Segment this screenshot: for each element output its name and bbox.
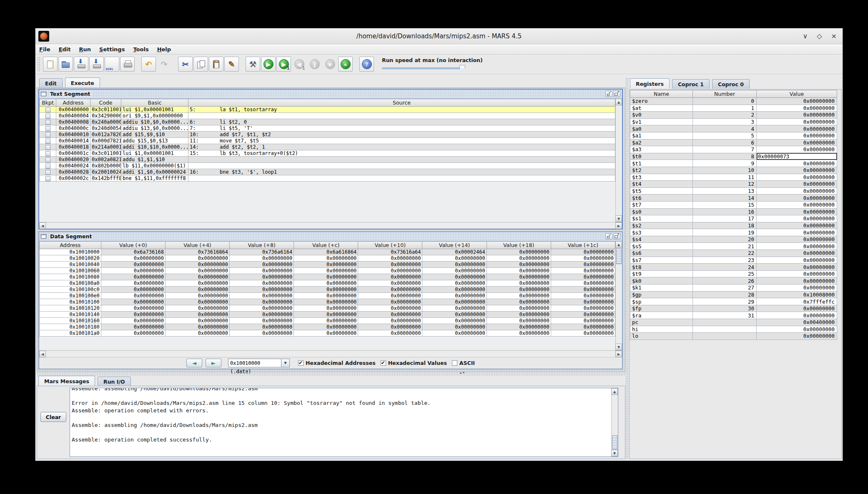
data-cell-value[interactable]: 0x00000000 [551,287,615,293]
scroll-right-icon[interactable]: ▶ [615,222,622,229]
register-value[interactable]: 0x00400000 [757,319,837,326]
register-value[interactable]: 0x00000000 [757,167,837,174]
save-as-button[interactable] [89,57,104,72]
data-cell-value[interactable]: 0x00000000 [358,280,422,287]
data-cell-value[interactable]: 0x00000000 [294,330,358,337]
data-cell-value[interactable]: 0x00000000 [230,268,294,274]
register-value[interactable]: 0x00000000 [757,312,837,319]
breakpoint-checkbox[interactable] [45,139,50,144]
data-cell-value[interactable]: 0x00000000 [551,330,615,337]
breakpoint-checkbox[interactable] [45,170,50,175]
data-cell-value[interactable]: 0x00000000 [101,312,165,318]
cut-button[interactable]: ✂ [178,57,193,72]
data-cell-value[interactable]: 0x00000000 [294,324,358,330]
data-cell-value[interactable]: 0x00000000 [294,318,358,324]
breakpoint-checkbox[interactable] [45,151,50,156]
register-value[interactable]: 0x00000000 [757,112,837,119]
register-value[interactable]: 0x00000000 [757,187,837,195]
data-cell-value[interactable]: 0x00000000 [487,312,551,318]
data-cell-value[interactable]: 0x00000000 [294,305,358,312]
data-cell-value[interactable]: 0x00000000 [165,280,229,287]
breakpoint-checkbox[interactable] [45,107,50,112]
data-cell-value[interactable]: 0x00000000 [294,293,358,299]
register-value[interactable]: 0x00000000 [757,98,837,105]
register-value[interactable]: 0x00000000 [757,195,837,202]
data-cell-value[interactable]: 0x00000000 [294,274,358,280]
data-cell-value[interactable]: 0x00000000 [101,255,165,262]
reset-button[interactable]: « [338,57,353,72]
data-cell-value[interactable]: 0x736a6164 [230,249,294,255]
data-cell-value[interactable]: 0x00000000 [422,299,487,305]
data-cell-value[interactable]: 0x00000000 [165,274,229,280]
register-value[interactable]: 0x10008000 [757,291,837,298]
data-cell-value[interactable]: 0x00000000 [422,324,487,330]
data-cell-value[interactable]: 0x00000000 [422,255,487,262]
data-cell-value[interactable]: 0x00000000 [487,293,551,299]
menu-edit[interactable]: Edit [59,46,71,52]
scroll-up-icon[interactable]: ▲ [611,388,618,395]
scroll-down-icon[interactable]: ▼ [611,450,618,457]
open-file-button[interactable] [58,57,73,72]
breakpoint-checkbox[interactable] [45,176,50,181]
data-cell-value[interactable]: 0x00000000 [422,287,487,293]
data-cell-value[interactable]: 0x00000000 [358,330,422,337]
data-cell-value[interactable]: 0x00000000 [358,262,422,268]
messages-vscrollbar[interactable]: ▲ ▼ [611,388,618,457]
data-cell-value[interactable]: 0x00000000 [358,312,422,318]
text-segment-hscrollbar[interactable]: ◀ ▶ [39,222,622,229]
data-cell-value[interactable]: 0x00000000 [230,324,294,330]
data-cell-value[interactable]: 0x00000000 [551,255,615,262]
data-cell-value[interactable]: 0x00000000 [551,299,615,305]
data-cell-value[interactable]: 0x00000000 [101,299,165,305]
register-value[interactable]: 0x00000000 [757,139,837,146]
register-value[interactable]: 0x00000000 [757,181,837,188]
data-cell-value[interactable]: 0x00000000 [422,274,487,280]
data-cell-value[interactable]: 0x00000000 [551,312,615,318]
tab-edit[interactable]: Edit [39,78,63,88]
register-value[interactable]: 0x00000000 [757,305,837,312]
data-cell-value[interactable]: 0x00000000 [101,330,165,337]
data-cell-value[interactable]: 0x00000000 [358,299,422,305]
menu-settings[interactable]: Settings [99,46,125,52]
data-cell-value[interactable]: 0x00000000 [230,318,294,324]
breakpoint-checkbox[interactable] [45,120,50,125]
step-button[interactable]: ▶1 [276,57,291,72]
menu-run[interactable]: Run [79,46,91,52]
register-value[interactable]: 0x00000000 [757,105,837,112]
register-value[interactable]: 0x00000000 [757,215,837,222]
data-cell-value[interactable]: 0x00000000 [294,299,358,305]
register-value[interactable]: 0x00000000 [757,208,837,215]
messages-textarea[interactable]: Assemble: assembling /home/david/Downloa… [70,388,618,457]
data-segment-hscrollbar[interactable]: ◀ ▶ [39,350,622,357]
data-cell-value[interactable]: 0x00000000 [230,274,294,280]
register-value[interactable]: 0x00000000 [757,236,837,243]
data-cell-value[interactable]: 0x00000000 [487,280,551,287]
data-cell-value[interactable]: 0x00000000 [422,268,487,274]
data-cell-value[interactable]: 0x00000000 [422,330,487,337]
tab-mars-messages[interactable]: Mars Messages [38,376,95,386]
data-cell-value[interactable]: 0x00000000 [165,293,229,299]
data-cell-value[interactable]: 0x00000000 [551,249,615,255]
register-value[interactable]: 0x00000000 [757,264,837,271]
register-value[interactable]: 0x00000000 [757,118,837,125]
maximize-icon[interactable]: ◇ [817,33,822,40]
register-value[interactable]: 0x00000000 [757,222,837,229]
data-cell-value[interactable]: 0x00000000 [101,293,165,299]
data-cell-value[interactable]: 0x00000000 [101,324,165,330]
splitter-collapse-icons[interactable]: ▴▾ [460,371,466,374]
data-cell-value[interactable]: 0x00000000 [551,318,615,324]
text-segment-titlebar[interactable]: Text Segment ↙ ↗ [39,90,622,99]
data-cell-value[interactable]: 0x00000000 [101,305,165,312]
scroll-up-icon[interactable]: ▲ [615,99,622,105]
data-cell-value[interactable]: 0x00000000 [165,312,229,318]
register-value[interactable]: 0x00000000 [757,160,837,167]
register-value[interactable]: 0x00000000 [757,201,837,208]
data-cell-value[interactable]: 0x73616864 [165,249,229,255]
data-cell-value[interactable]: 0x00000000 [165,299,229,305]
frame-maximize-icon[interactable]: ↗ [613,233,620,240]
data-segment-vscrollbar[interactable]: ▲ ▼ [615,241,622,350]
data-cell-value[interactable]: 0x00000000 [422,280,487,287]
close-icon[interactable]: × [831,33,837,40]
data-cell-value[interactable]: 0x00000000 [101,274,165,280]
data-cell-value[interactable]: 0x00000000 [358,268,422,274]
